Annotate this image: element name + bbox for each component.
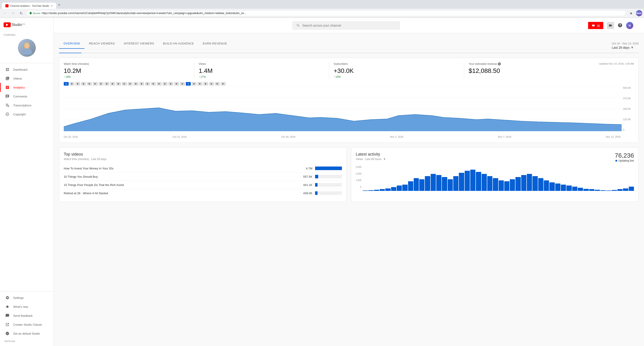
video-thumb-18[interactable] bbox=[168, 82, 173, 86]
video-thumb-21[interactable] bbox=[192, 82, 196, 86]
video-thumb-24[interactable] bbox=[209, 82, 214, 86]
sidebar-item-analytics[interactable]: Analytics bbox=[0, 83, 54, 92]
video-thumb-2c[interactable]: 2 bbox=[186, 82, 191, 86]
sidebar-item-dashboard[interactable]: Dashboard bbox=[0, 65, 54, 74]
latest-meta-dropdown[interactable]: ▼ bbox=[383, 158, 386, 161]
video-thumb-23[interactable] bbox=[203, 82, 208, 86]
tab-active-indicator bbox=[59, 53, 82, 53]
sidebar-item-settings[interactable]: Settings bbox=[0, 293, 54, 302]
video-thumb-1[interactable] bbox=[70, 82, 74, 86]
sidebar-item-comments[interactable]: Comments bbox=[0, 92, 54, 101]
tab-divider bbox=[59, 53, 639, 53]
video-camera-button[interactable] bbox=[607, 22, 614, 29]
video-thumb-4[interactable] bbox=[87, 82, 92, 86]
create-button[interactable]: ▤ bbox=[588, 22, 603, 29]
video-thumb-16[interactable] bbox=[157, 82, 162, 86]
revenue-info-icon[interactable]: i bbox=[498, 62, 501, 65]
help-button[interactable] bbox=[618, 23, 622, 28]
activity-bars bbox=[363, 169, 634, 191]
top-video-item-0[interactable]: How To Invest Your Money In Your 20s 4.7… bbox=[64, 164, 342, 173]
analytics-header: OVERVIEW REACH VIEWERS INTEREST VIEWERS … bbox=[59, 39, 639, 53]
video-thumb-25[interactable] bbox=[215, 82, 220, 86]
activity-bar-col bbox=[448, 179, 453, 191]
tab-interest[interactable]: INTEREST VIEWERS bbox=[119, 39, 158, 49]
video-thumb-12[interactable] bbox=[134, 82, 138, 86]
top-video-item-3[interactable]: Retired at 26 - Where It All Started 439… bbox=[64, 189, 342, 197]
activity-bar-col bbox=[561, 185, 566, 191]
video-thumb-19[interactable] bbox=[174, 82, 179, 86]
tab-reach[interactable]: REACH VIEWERS bbox=[84, 39, 120, 49]
channel-avatar[interactable] bbox=[18, 39, 36, 57]
video-thumb-2b[interactable] bbox=[75, 82, 80, 86]
date-range-selector[interactable]: Oct 18 – Nov 14, 2018 Last 28 days ▼ bbox=[612, 42, 639, 50]
sidebar-item-whatsnew[interactable]: What's new bbox=[0, 302, 54, 311]
activity-bar bbox=[385, 188, 390, 191]
activity-bar bbox=[436, 175, 442, 191]
x-label-1: Oct 23, 2018 bbox=[172, 135, 186, 138]
video-thumb-15[interactable] bbox=[151, 82, 156, 86]
video-thumb-3[interactable] bbox=[81, 82, 86, 86]
sidebar-item-videos[interactable]: Videos bbox=[0, 74, 54, 83]
video-thumb-14[interactable] bbox=[145, 82, 150, 86]
sidebar-item-creator-studio[interactable]: Creator Studio Classic bbox=[0, 320, 54, 329]
video-title-2: 15 Things Poor People Do That the Rich A… bbox=[64, 183, 299, 187]
activity-bar-col bbox=[408, 181, 413, 191]
sidebar-item-transcriptions[interactable]: Transcriptions bbox=[0, 101, 54, 110]
activity-bar-col bbox=[623, 188, 628, 191]
video-thumb-8[interactable] bbox=[110, 82, 115, 86]
new-tab-button[interactable]: + bbox=[56, 1, 62, 9]
browser-profile[interactable]: Nate bbox=[636, 10, 642, 16]
transcriptions-label: Transcriptions bbox=[13, 104, 49, 107]
sidebar-item-feedback[interactable]: Send feedback bbox=[0, 311, 54, 320]
sidebar-bottom: Settings What's new Send feedback bbox=[0, 291, 54, 346]
top-video-item-1[interactable]: 10 Things You Should Buy 557.5K bbox=[64, 173, 342, 181]
activity-bar bbox=[527, 174, 532, 191]
tab-revenue[interactable]: EARN REVENUE bbox=[198, 39, 232, 49]
video-thumb-20[interactable] bbox=[180, 82, 185, 86]
bookmark-button[interactable]: ★ bbox=[628, 10, 634, 16]
activity-bar-col bbox=[612, 190, 617, 191]
sidebar-item-copyright[interactable]: Copyright bbox=[0, 110, 54, 119]
video-thumb-6[interactable] bbox=[98, 82, 104, 86]
video-thumb-2[interactable]: 2 bbox=[64, 82, 69, 86]
activity-bar-col bbox=[402, 185, 408, 191]
video-thumb-7[interactable] bbox=[104, 82, 109, 86]
active-tab[interactable]: Channel analytics - YouTube Studio × bbox=[2, 3, 56, 9]
views-change: 17% bbox=[199, 75, 325, 78]
default-studio-icon bbox=[5, 331, 10, 336]
url-text: https://studio.youtube.com/channel/UCokI… bbox=[42, 12, 623, 15]
video-thumb-26[interactable] bbox=[221, 82, 226, 86]
back-button[interactable]: ← bbox=[2, 10, 8, 16]
browser-toolbar: ← → ↻ Secure https://studio.youtube.com/… bbox=[0, 9, 644, 18]
search-bar[interactable] bbox=[292, 21, 400, 29]
video-thumb-17[interactable] bbox=[162, 82, 168, 86]
videos-icon bbox=[5, 76, 10, 81]
reload-button[interactable]: ↻ bbox=[18, 10, 24, 16]
top-video-item-2[interactable]: 15 Things Poor People Do That the Rich A… bbox=[64, 181, 342, 189]
activity-bar-col bbox=[600, 190, 606, 191]
live-text: Updating live bbox=[618, 159, 634, 162]
video-thumb-13[interactable] bbox=[139, 82, 144, 86]
video-thumb-9[interactable] bbox=[116, 82, 121, 86]
activity-bar-col bbox=[618, 189, 622, 191]
sidebar-logo[interactable]: Studiobeta bbox=[0, 18, 54, 30]
video-thumb-22[interactable] bbox=[198, 82, 202, 86]
video-thumb-11[interactable] bbox=[128, 82, 132, 86]
user-profile-button[interactable]: N bbox=[626, 22, 633, 29]
video-thumb-5[interactable] bbox=[93, 82, 98, 86]
date-range-value[interactable]: Last 28 days ▼ bbox=[612, 46, 639, 50]
search-input[interactable] bbox=[302, 24, 396, 27]
search-icon bbox=[296, 23, 300, 27]
whatsnew-label: What's new bbox=[13, 305, 49, 309]
video-thumb-10[interactable] bbox=[122, 82, 127, 86]
activity-bar bbox=[482, 174, 487, 191]
tab-audience[interactable]: BUILD AN AUDIENCE bbox=[158, 39, 198, 49]
tab-overview[interactable]: OVERVIEW bbox=[59, 39, 84, 49]
activity-bar-col bbox=[527, 174, 532, 191]
forward-button[interactable]: → bbox=[10, 10, 16, 16]
sidebar-item-default-studio[interactable]: Set as default Studio bbox=[0, 329, 54, 338]
feedback-icon bbox=[5, 313, 10, 318]
stats-row: Watch time (minutes) 10.2M 18% Views 1.4… bbox=[64, 62, 599, 78]
address-bar[interactable]: Secure https://studio.youtube.com/channe… bbox=[26, 10, 626, 16]
close-tab-button[interactable]: × bbox=[51, 4, 53, 7]
